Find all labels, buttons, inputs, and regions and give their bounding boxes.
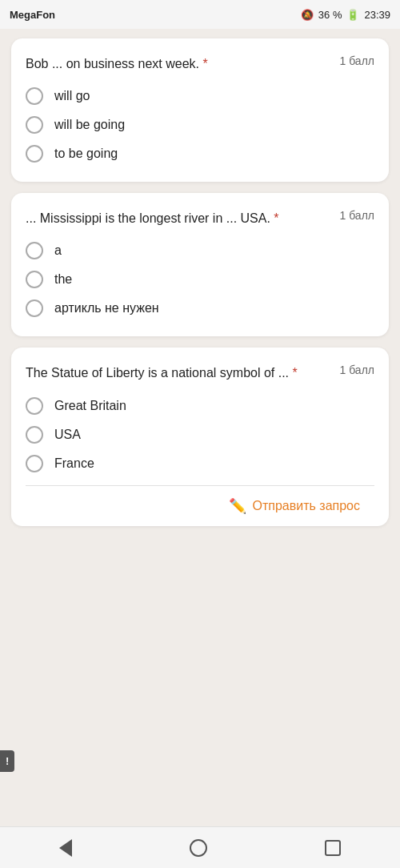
option-label-q3o3: France bbox=[54, 456, 94, 471]
option-q1o1[interactable]: will go bbox=[26, 87, 374, 105]
submit-label: Отправить запрос bbox=[253, 499, 360, 513]
option-label-q1o3: to be going bbox=[54, 147, 118, 161]
battery-icon: 🔋 bbox=[346, 9, 359, 21]
option-label-q2o2: the bbox=[54, 272, 72, 287]
battery-level: 36 % bbox=[318, 9, 342, 21]
recent-apps-icon bbox=[325, 840, 341, 856]
options-list-1: will go will be going to be going bbox=[26, 87, 374, 163]
bottom-nav bbox=[0, 826, 400, 868]
option-q3o1[interactable]: Great Britain bbox=[26, 397, 374, 415]
option-label-q1o1: will go bbox=[54, 89, 90, 103]
radio-q3o2[interactable] bbox=[26, 426, 43, 444]
option-q1o3[interactable]: to be going bbox=[26, 145, 374, 163]
battery-alert-icon: 🔕 bbox=[301, 9, 314, 21]
option-label-q3o2: USA bbox=[54, 428, 81, 442]
submit-button[interactable]: ✏️ Отправить запрос bbox=[229, 494, 360, 518]
question-text-3: The Statue of Liberty is a national symb… bbox=[26, 364, 298, 382]
main-content: Bob ... on business next week. * 1 балл … bbox=[0, 29, 400, 826]
question-card-3: The Statue of Liberty is a national symb… bbox=[11, 348, 389, 525]
home-icon bbox=[190, 839, 207, 857]
options-list-2: a the артикль не нужен bbox=[26, 242, 374, 317]
question-card-2: ... Mississippi is the longest river in … bbox=[11, 193, 389, 336]
option-q1o2[interactable]: will be going bbox=[26, 116, 374, 134]
radio-q1o3[interactable] bbox=[26, 145, 43, 163]
question-points-2: 1 балл bbox=[340, 209, 375, 222]
carrier-label: MegaFon bbox=[10, 9, 55, 21]
time-label: 23:39 bbox=[364, 9, 390, 21]
status-bar: MegaFon 🔕 36 % 🔋 23:39 bbox=[0, 0, 400, 29]
question-header-1: Bob ... on business next week. * 1 балл bbox=[26, 54, 374, 73]
radio-q2o2[interactable] bbox=[26, 271, 43, 288]
option-label-q2o3: артикль не нужен bbox=[54, 301, 159, 315]
home-button[interactable] bbox=[174, 833, 223, 863]
question-header-2: ... Mississippi is the longest river in … bbox=[26, 209, 374, 227]
status-right: 🔕 36 % 🔋 23:39 bbox=[301, 9, 390, 21]
question-text-1: Bob ... on business next week. * bbox=[26, 54, 208, 73]
options-list-3: Great Britain USA France bbox=[26, 397, 374, 472]
radio-q1o1[interactable] bbox=[26, 87, 43, 105]
option-q2o3[interactable]: артикль не нужен bbox=[26, 299, 374, 317]
radio-q1o2[interactable] bbox=[26, 116, 43, 134]
option-label-q3o1: Great Britain bbox=[54, 399, 126, 413]
option-label-q2o1: a bbox=[54, 243, 62, 258]
option-q2o1[interactable]: a bbox=[26, 242, 374, 259]
option-q2o2[interactable]: the bbox=[26, 271, 374, 288]
feedback-button[interactable]: ! bbox=[0, 750, 14, 772]
submit-bar: ✏️ Отправить запрос bbox=[26, 485, 374, 526]
recent-apps-button[interactable] bbox=[309, 834, 357, 862]
option-q3o2[interactable]: USA bbox=[26, 426, 374, 444]
question-text-2: ... Mississippi is the longest river in … bbox=[26, 209, 279, 227]
radio-q3o1[interactable] bbox=[26, 397, 43, 415]
question-points-3: 1 балл bbox=[340, 364, 375, 376]
back-button[interactable] bbox=[43, 833, 88, 863]
edit-icon: ✏️ bbox=[229, 497, 246, 515]
radio-q2o3[interactable] bbox=[26, 299, 43, 317]
question-points-1: 1 балл bbox=[340, 54, 375, 67]
option-label-q1o2: will be going bbox=[54, 118, 125, 132]
back-icon bbox=[59, 839, 72, 857]
question-card-1: Bob ... on business next week. * 1 балл … bbox=[11, 38, 389, 182]
question-header-3: The Statue of Liberty is a national symb… bbox=[26, 364, 374, 382]
option-q3o3[interactable]: France bbox=[26, 455, 374, 472]
radio-q3o3[interactable] bbox=[26, 455, 43, 472]
radio-q2o1[interactable] bbox=[26, 242, 43, 259]
